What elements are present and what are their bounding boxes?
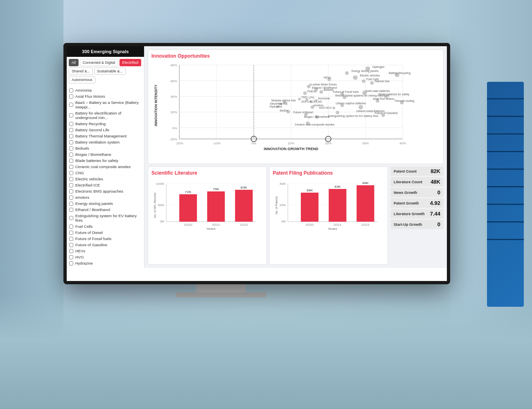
- svg-text:No. of Patents: No. of Patents: [274, 196, 278, 214]
- dot-cng[interactable]: [298, 98, 301, 101]
- sidebar-checkbox[interactable]: [69, 231, 73, 235]
- sidebar-checkbox[interactable]: [69, 94, 73, 99]
- sidebar-item[interactable]: Electrified ICE: [69, 182, 142, 188]
- stat-card-patent-growth: Patent Growth4.92: [390, 198, 444, 208]
- dot-natural-gas[interactable]: [370, 81, 374, 85]
- stat-value: 48K: [431, 179, 440, 185]
- sidebar-checkbox[interactable]: [69, 202, 73, 206]
- sidebar-item-label: Future of Gasoline: [75, 243, 107, 247]
- svg-text:LPG: LPG: [309, 96, 314, 99]
- sidebar-checkbox[interactable]: [69, 146, 73, 151]
- sidebar-item[interactable]: Future of Diesel: [69, 229, 142, 236]
- sidebar-checkbox[interactable]: [69, 189, 73, 193]
- sidebar-checkbox[interactable]: [69, 159, 73, 163]
- sidebar-item[interactable]: Battery Second Life: [69, 127, 142, 133]
- dot-phevs[interactable]: [303, 92, 307, 95]
- sidebar-checkbox[interactable]: [69, 225, 73, 229]
- sidebar-item[interactable]: Extinguishing system for EV battery fire…: [69, 213, 142, 223]
- sidebar-item[interactable]: Battery Recycling: [69, 121, 142, 127]
- sidebar-item[interactable]: HEVs: [69, 248, 142, 254]
- sidebar-item[interactable]: Biogas / Biomethane: [69, 151, 142, 157]
- sidebar-checkbox[interactable]: [69, 216, 73, 220]
- svg-text:30%: 30%: [362, 142, 369, 145]
- sidebar-checkbox[interactable]: [69, 255, 73, 259]
- sidebar-checkbox[interactable]: [69, 140, 73, 144]
- sidebar-item[interactable]: Ammonia: [69, 87, 142, 93]
- sci-lit-chart: 100K 50K 0K: [151, 178, 263, 231]
- filter-electrified[interactable]: Electrified: [119, 59, 142, 66]
- sidebar-list: AmmoniaAxial Flux MotorsBaaS – Battery a…: [67, 85, 144, 268]
- sidebar-checkbox[interactable]: [69, 249, 73, 253]
- sidebar-item[interactable]: Hydrazine: [69, 260, 142, 266]
- sidebar-item-label: Electronic BMS approaches: [75, 189, 123, 193]
- sidebar-item-label: Electrified ICE: [75, 183, 100, 187]
- sidebar-checkbox[interactable]: [69, 237, 73, 241]
- sidebar-checkbox[interactable]: [69, 134, 73, 138]
- sidebar-item[interactable]: emotors: [69, 194, 142, 200]
- svg-text:-20%: -20%: [176, 142, 183, 145]
- stat-value: 0: [437, 189, 440, 196]
- dot-biofuels[interactable]: [319, 90, 323, 94]
- sidebar-checkbox[interactable]: [69, 243, 73, 247]
- sidebar-item[interactable]: Ceramic coal composite anodes: [69, 164, 142, 170]
- svg-text:Future of Diesel: Future of Diesel: [293, 111, 313, 114]
- filter-shared[interactable]: Shared &...: [69, 67, 93, 75]
- svg-text:INNOVATION GROWTH TREND: INNOVATION GROWTH TREND: [264, 147, 318, 151]
- sci-bar-2020[interactable]: [179, 194, 197, 222]
- sidebar-item[interactable]: Fuel Cells: [69, 223, 142, 229]
- stat-card-patent-count: Patent Count82K: [390, 166, 444, 176]
- patent-bar-2021[interactable]: [329, 189, 346, 222]
- sidebar-item[interactable]: Future of Gasoline: [69, 242, 142, 248]
- sidebar-item[interactable]: Energy storing panels: [69, 200, 142, 207]
- sidebar-item[interactable]: HVO: [69, 254, 142, 260]
- sidebar-item[interactable]: Biofuels: [69, 145, 142, 151]
- svg-text:Years: Years: [327, 227, 337, 231]
- dot-fuel-cells[interactable]: [362, 79, 365, 83]
- sidebar-checkbox[interactable]: [69, 128, 73, 132]
- svg-text:2020: 2020: [305, 223, 313, 227]
- filter-autonomous[interactable]: Autonomous: [69, 76, 95, 83]
- sidebar-checkbox[interactable]: [69, 261, 73, 265]
- sidebar-checkbox[interactable]: [69, 103, 73, 107]
- svg-text:0K: 0K: [281, 220, 286, 223]
- sidebar-checkbox[interactable]: [69, 153, 73, 157]
- sidebar-checkbox[interactable]: [69, 183, 73, 187]
- sidebar-checkbox[interactable]: [69, 113, 73, 117]
- sidebar-checkbox[interactable]: [69, 88, 73, 92]
- sidebar-checkbox[interactable]: [69, 171, 73, 175]
- sidebar-item[interactable]: Electronic BMS approaches: [69, 188, 142, 194]
- sidebar-item[interactable]: Blade batteries for safety: [69, 157, 142, 164]
- sidebar-item-label: Axial Flux Motors: [75, 94, 105, 99]
- sidebar-item[interactable]: Battery for electrification of undergrou…: [69, 110, 142, 121]
- sidebar-checkbox[interactable]: [69, 196, 73, 200]
- sidebar-item[interactable]: BaaS – Battery as a Service (Battery swa…: [69, 99, 142, 110]
- filter-connected[interactable]: Connected & Digital: [80, 59, 118, 66]
- sidebar-item[interactable]: Ethanol / Bioethanol: [69, 207, 142, 213]
- dot-hvo[interactable]: [332, 107, 335, 110]
- sidebar-item-label: Ammonia: [75, 88, 92, 92]
- filter-all[interactable]: All: [69, 59, 79, 66]
- svg-text:MHEV: MHEV: [280, 109, 288, 112]
- sidebar-item[interactable]: Axial Flux Motors: [69, 93, 142, 99]
- sidebar-checkbox[interactable]: [69, 177, 73, 181]
- sidebar-checkbox[interactable]: [69, 165, 73, 169]
- svg-text:CNG: CNG: [301, 96, 307, 99]
- patent-bar-2020[interactable]: [301, 193, 318, 222]
- dot-lithium-metal[interactable]: [358, 105, 363, 109]
- sidebar-item[interactable]: Electric vehicles: [69, 176, 142, 182]
- sidebar-checkbox[interactable]: [69, 208, 73, 212]
- sidebar-item[interactable]: Battery ventilation system: [69, 139, 142, 145]
- patent-bar-2022[interactable]: [356, 185, 374, 222]
- filter-sustainable[interactable]: Sustainable &...: [94, 67, 126, 75]
- innovation-chart-panel: Innovation Opportunities: [148, 49, 444, 164]
- sci-bar-2021[interactable]: [207, 191, 225, 222]
- dot-electric-vehicles[interactable]: [353, 75, 357, 80]
- sidebar-item[interactable]: Future of Fossil fuels: [69, 236, 142, 242]
- sci-bar-2022[interactable]: [235, 190, 252, 222]
- dot-energy-storing[interactable]: [345, 71, 349, 75]
- dot-extinguishing[interactable]: [336, 111, 339, 115]
- sidebar-item[interactable]: Battery Thermal Management: [69, 133, 142, 139]
- stat-label: News Growth: [394, 191, 417, 195]
- sidebar-item[interactable]: CNG: [69, 170, 142, 176]
- sidebar-checkbox[interactable]: [69, 122, 73, 126]
